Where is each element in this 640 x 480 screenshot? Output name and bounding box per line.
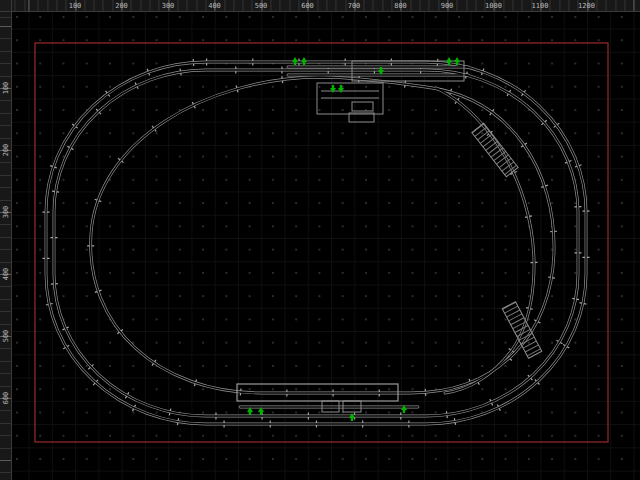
track-loops[interactable]	[46, 62, 586, 424]
ruler-label: 200	[115, 1, 128, 11]
ruler-vertical: 100 200 300 400 500 600	[0, 12, 12, 480]
ruler-label: 100	[2, 82, 10, 95]
switch-arrow-icon[interactable]	[292, 57, 298, 65]
ruler-label: 900	[441, 1, 454, 11]
ruler-label: 500	[2, 330, 10, 343]
ruler-label: 100	[69, 1, 82, 11]
ruler-label: 400	[2, 268, 10, 281]
track-plan-app-window: 100 200 300 400 500 600 700 800 900 1000…	[0, 0, 640, 480]
ruler-label: 300	[162, 1, 175, 11]
ruler-label: 200	[2, 144, 10, 157]
ruler-corner	[0, 0, 12, 12]
switch-arrow-icon[interactable]	[338, 85, 344, 93]
ruler-label: 800	[394, 1, 407, 11]
ruler-label: 700	[348, 1, 361, 11]
ruler-label: 600	[2, 392, 10, 405]
switch-arrows	[247, 57, 460, 421]
ruler-label: 1200	[578, 1, 595, 11]
ruler-horizontal: 100 200 300 400 500 600 700 800 900 1000…	[12, 0, 640, 12]
ruler-label: 400	[208, 1, 221, 11]
outer-loop-track[interactable]	[46, 62, 586, 424]
yard-box[interactable]	[317, 83, 383, 122]
ruler-label: 1100	[532, 1, 549, 11]
track-plan-svg	[12, 12, 640, 480]
ruler-label: 500	[255, 1, 268, 11]
switch-arrow-icon[interactable]	[330, 85, 336, 93]
ruler-label: 600	[301, 1, 314, 11]
ruler-label: 300	[2, 206, 10, 219]
ruler-label: 1000	[485, 1, 502, 11]
switch-arrow-icon[interactable]	[301, 57, 307, 65]
rail-joint-marks	[46, 62, 586, 424]
drawing-canvas[interactable]	[12, 12, 640, 480]
